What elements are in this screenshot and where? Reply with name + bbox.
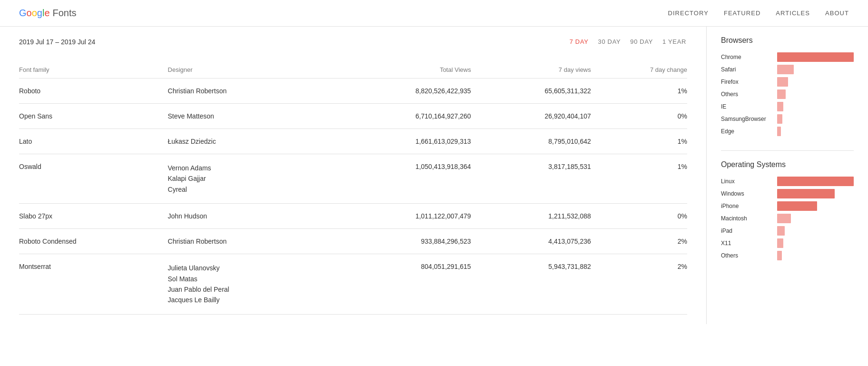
font-name[interactable]: Open Sans [19, 104, 168, 129]
7day-change: 2% [591, 229, 687, 254]
period-1year[interactable]: 1 YEAR [661, 36, 687, 47]
bar-track [777, 177, 854, 186]
bar-track [777, 127, 854, 136]
bar-row: Linux [721, 177, 854, 186]
font-name[interactable]: Roboto Condensed [19, 229, 168, 254]
bar-fill [777, 77, 788, 87]
designer-name: Christian Robertson [168, 79, 327, 104]
table-row: MontserratJulieta UlanovskySol MatasJuan… [19, 254, 687, 315]
7day-change: 1% [591, 79, 687, 104]
bar-track [777, 214, 854, 223]
bar-track [777, 226, 854, 236]
bar-row: iPad [721, 226, 854, 236]
total-views: 6,710,164,927,260 [327, 104, 471, 129]
7day-views: 5,943,731,882 [471, 254, 591, 315]
bar-label: Linux [721, 178, 773, 185]
7day-change: 1% [591, 129, 687, 154]
7day-change: 0% [591, 204, 687, 229]
os-chart: LinuxWindowsiPhoneMacintoshiPadX11Others [721, 177, 854, 260]
bar-fill [777, 251, 782, 260]
bar-row: IE [721, 102, 854, 111]
bar-track [777, 102, 854, 111]
nav-articles[interactable]: ARTICLES [776, 10, 810, 17]
col-font-family: Font family [19, 61, 168, 79]
bar-track [777, 65, 854, 74]
period-30day[interactable]: 30 DAY [597, 36, 622, 47]
period-7day[interactable]: 7 DAY [569, 36, 590, 47]
designer-name: John Hudson [168, 204, 327, 229]
bar-label: Chrome [721, 54, 773, 60]
bar-fill [777, 65, 794, 74]
bar-label: Macintosh [721, 215, 773, 222]
bar-fill [777, 52, 854, 62]
bar-fill [777, 114, 782, 124]
bar-row: Safari [721, 65, 854, 74]
bar-label: IE [721, 103, 773, 110]
font-name[interactable]: Roboto [19, 79, 168, 104]
table-row: Open SansSteve Matteson6,710,164,927,260… [19, 104, 687, 129]
table-row: Roboto CondensedChristian Robertson933,8… [19, 229, 687, 254]
bar-fill [777, 214, 791, 223]
bar-track [777, 238, 854, 248]
nav-featured[interactable]: FEATURED [724, 10, 760, 17]
bar-row: X11 [721, 238, 854, 248]
fonts-wordmark: Fonts [53, 8, 77, 19]
total-views: 1,050,413,918,364 [327, 154, 471, 204]
bar-track [777, 201, 854, 211]
bar-track [777, 251, 854, 260]
total-views: 933,884,296,523 [327, 229, 471, 254]
nav-directory[interactable]: DIRECTORY [668, 10, 708, 17]
sidebar: Browsers ChromeSafariFirefoxOthersIESams… [706, 27, 868, 324]
sidebar-divider [721, 150, 854, 151]
total-views: 1,011,122,007,479 [327, 204, 471, 229]
bar-row: SamsungBrowser [721, 114, 854, 124]
7day-change: 2% [591, 254, 687, 315]
bar-label: Windows [721, 190, 773, 197]
date-range: 2019 Jul 17 – 2019 Jul 24 [19, 38, 95, 46]
7day-views: 1,211,532,088 [471, 204, 591, 229]
bar-row: Firefox [721, 77, 854, 87]
7day-views: 3,817,185,531 [471, 154, 591, 204]
designer-name: Steve Matteson [168, 104, 327, 129]
bar-label: Edge [721, 128, 773, 135]
bar-label: X11 [721, 240, 773, 247]
period-90day[interactable]: 90 DAY [629, 36, 654, 47]
fonts-table-container: Font family Designer Total Views 7 day v… [19, 61, 687, 315]
font-name[interactable]: Oswald [19, 154, 168, 204]
designer-name: Julieta UlanovskySol MatasJuan Pablo del… [168, 254, 327, 315]
total-views: 8,820,526,422,935 [327, 79, 471, 104]
col-7day-change: 7 day change [591, 61, 687, 79]
os-section: Operating Systems LinuxWindowsiPhoneMaci… [721, 160, 854, 260]
nav-about[interactable]: ABOUT [825, 10, 849, 17]
total-views: 1,661,613,029,313 [327, 129, 471, 154]
main-nav: DIRECTORY FEATURED ARTICLES ABOUT [668, 10, 849, 17]
bar-track [777, 77, 854, 87]
bar-fill [777, 238, 783, 248]
designer-name: Christian Robertson [168, 229, 327, 254]
7day-views: 65,605,311,322 [471, 79, 591, 104]
header: Google Fonts DIRECTORY FEATURED ARTICLES… [0, 0, 868, 27]
content-area: 2019 Jul 17 – 2019 Jul 24 7 DAY 30 DAY 9… [0, 27, 706, 324]
bar-row: Chrome [721, 52, 854, 62]
bar-fill [777, 89, 786, 99]
bar-label: iPhone [721, 203, 773, 209]
bar-row: Others [721, 251, 854, 260]
date-row: 2019 Jul 17 – 2019 Jul 24 7 DAY 30 DAY 9… [19, 36, 687, 47]
bar-label: iPad [721, 228, 773, 234]
bar-track [777, 52, 854, 62]
bar-track [777, 189, 854, 198]
font-name[interactable]: Slabo 27px [19, 204, 168, 229]
google-wordmark: Google [19, 8, 50, 19]
7day-change: 1% [591, 154, 687, 204]
font-name[interactable]: Lato [19, 129, 168, 154]
total-views: 804,051,291,615 [327, 254, 471, 315]
bar-row: Others [721, 89, 854, 99]
table-header-row: Font family Designer Total Views 7 day v… [19, 61, 687, 79]
font-name[interactable]: Montserrat [19, 254, 168, 315]
bar-row: Macintosh [721, 214, 854, 223]
bar-fill [777, 226, 785, 236]
bar-fill [777, 177, 854, 186]
period-selector: 7 DAY 30 DAY 90 DAY 1 YEAR [569, 36, 687, 47]
bar-label: Others [721, 91, 773, 98]
designer-name: Łukasz Dziedzic [168, 129, 327, 154]
